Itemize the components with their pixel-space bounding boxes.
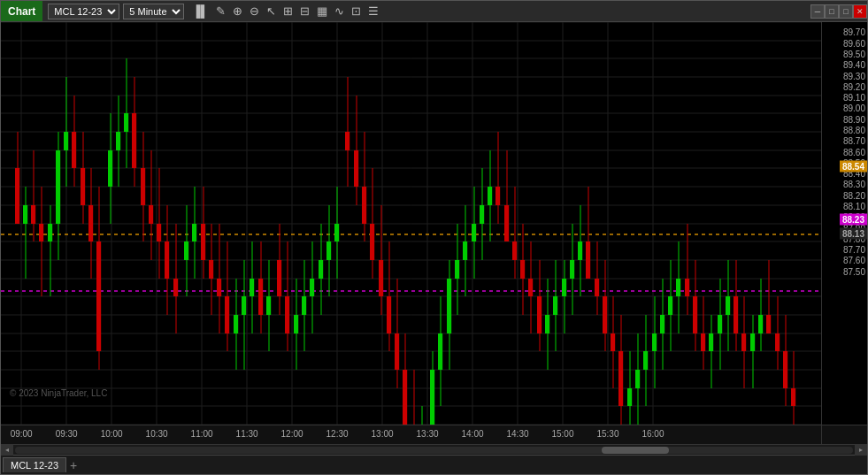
- wave-tool[interactable]: ∿: [332, 4, 347, 19]
- price-label-89.10: 89.10: [843, 93, 865, 103]
- price-axis: 89.7089.6089.5089.4089.3089.2089.1089.00…: [821, 22, 867, 425]
- price-label-88.10: 88.10: [843, 201, 865, 211]
- price-highlight-88.54: 88.54: [840, 160, 867, 172]
- box-tool[interactable]: ⊞: [280, 4, 296, 19]
- price-label-89.30: 89.30: [843, 71, 865, 80]
- draw-tool[interactable]: ✎: [213, 4, 228, 19]
- maximize-button[interactable]: □: [825, 4, 839, 19]
- price-label-88.30: 88.30: [843, 180, 865, 189]
- price-label-89.00: 89.00: [843, 103, 865, 113]
- price-label-88.20: 88.20: [843, 190, 865, 200]
- time-label-1300: 13:00: [372, 429, 394, 439]
- time-axis: 09:0009:3010:0010:3011:0011:3012:0012:30…: [1, 425, 867, 444]
- price-label-88.60: 88.60: [843, 147, 865, 157]
- restore-button[interactable]: □: [839, 4, 853, 19]
- price-label-88.90: 88.90: [843, 114, 865, 124]
- chart-main: © 2023 NinjaTrader, LLC 89.7089.6089.508…: [1, 22, 867, 425]
- time-label-1330: 13:30: [417, 429, 439, 439]
- time-label-1200: 12:00: [281, 429, 303, 439]
- scrollbar-left[interactable]: ◂: [1, 445, 13, 456]
- close-button[interactable]: ✕: [853, 4, 867, 19]
- window-controls: ─ □ □ ✕: [810, 4, 867, 19]
- time-label-0900: 09:00: [11, 429, 33, 439]
- price-label-89.40: 89.40: [843, 60, 865, 70]
- price-label-89.20: 89.20: [843, 81, 865, 91]
- settings-tool[interactable]: ⊡: [349, 4, 364, 19]
- time-axis-labels: 09:0009:3010:0010:3011:0011:3012:0012:30…: [1, 425, 821, 444]
- tab-label: MCL 12-23: [11, 460, 58, 471]
- time-label-1600: 16:00: [641, 429, 664, 439]
- time-label-1030: 10:30: [146, 429, 168, 439]
- scrollbar-area: ◂ ▸: [1, 444, 867, 455]
- chart-canvas[interactable]: [1, 22, 821, 425]
- indicator-tool[interactable]: ▦: [314, 4, 330, 19]
- price-label-89.70: 89.70: [843, 27, 865, 37]
- time-label-1400: 14:00: [462, 429, 484, 439]
- tab-bar: MCL 12-23 +: [1, 455, 867, 474]
- minimize-button[interactable]: ─: [810, 4, 825, 19]
- title-bar: Chart MCL 12-23 5 Minute ▐▌ ✎ ⊕ ⊖ ↖ ⊞ ⊟ …: [1, 1, 867, 22]
- price-label-89.50: 89.50: [843, 49, 865, 58]
- price-label-87.50: 87.50: [843, 266, 865, 276]
- time-label-1130: 11:30: [236, 429, 258, 439]
- grid-tool[interactable]: ⊟: [297, 4, 312, 19]
- cursor-tool[interactable]: ↖: [264, 4, 279, 19]
- time-axis-right: [821, 425, 867, 444]
- chart-canvas-wrap[interactable]: © 2023 NinjaTrader, LLC: [1, 22, 821, 425]
- symbol-select[interactable]: MCL 12-23: [48, 4, 119, 19]
- zoom-out-tool[interactable]: ⊖: [247, 4, 262, 19]
- bar-chart-tool[interactable]: ▐▌: [189, 4, 211, 19]
- tab-mcl[interactable]: MCL 12-23: [3, 457, 66, 472]
- scrollbar-right[interactable]: ▸: [855, 445, 867, 456]
- toolbar: ▐▌ ✎ ⊕ ⊖ ↖ ⊞ ⊟ ▦ ∿ ⊡ ☰: [189, 4, 380, 19]
- time-label-1430: 14:30: [506, 429, 528, 439]
- price-label-87.70: 87.70: [843, 245, 865, 255]
- menu-tool[interactable]: ☰: [365, 4, 381, 19]
- scrollbar-track[interactable]: [15, 447, 853, 454]
- time-label-0930: 09:30: [56, 429, 78, 439]
- price-label-88.70: 88.70: [843, 136, 865, 146]
- chart-area: © 2023 NinjaTrader, LLC 89.7089.6089.508…: [1, 22, 867, 455]
- timeframe-select[interactable]: 5 Minute: [123, 4, 184, 19]
- price-label-88.80: 88.80: [843, 125, 865, 134]
- time-label-1230: 12:30: [326, 429, 349, 439]
- scrollbar-thumb[interactable]: [602, 447, 669, 454]
- price-label-87.60: 87.60: [843, 256, 865, 265]
- zoom-in-tool[interactable]: ⊕: [230, 4, 245, 19]
- price-label-89.60: 89.60: [843, 38, 865, 48]
- tab-add-button[interactable]: +: [66, 458, 81, 472]
- app-window: Chart MCL 12-23 5 Minute ▐▌ ✎ ⊕ ⊖ ↖ ⊞ ⊟ …: [0, 0, 868, 475]
- time-label-1000: 10:00: [101, 429, 123, 439]
- time-label-1100: 11:00: [191, 429, 213, 439]
- price-highlight-88.13: 88.13: [840, 227, 867, 239]
- chart-label: Chart: [1, 1, 42, 21]
- time-label-1500: 15:00: [551, 429, 573, 439]
- price-highlight-88.23: 88.23: [840, 213, 867, 225]
- time-label-1530: 15:30: [596, 429, 618, 439]
